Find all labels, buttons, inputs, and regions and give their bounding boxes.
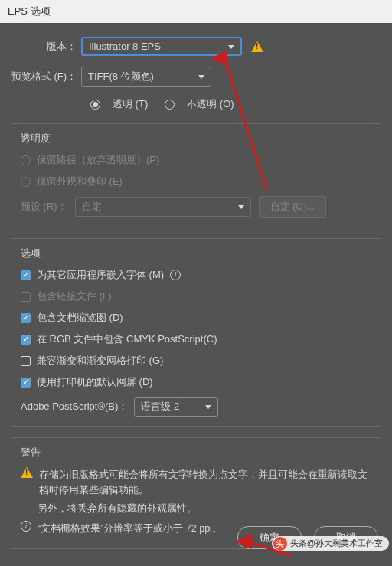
include-thumbnail-checkbox[interactable] [21, 313, 31, 323]
transparency-section: 透明度 保留路径（放弃透明度）(P) 保留外观和叠印 (E) 预设 (R)： 自… [11, 123, 381, 227]
warning-icon [21, 467, 33, 478]
preserve-appearance-label: 保留外观和叠印 (E) [37, 175, 122, 188]
warnings-title: 警告 [21, 446, 371, 460]
opaque-radio[interactable] [165, 100, 175, 110]
version-select[interactable]: Illustrator 8 EPS [81, 37, 242, 56]
custom-preset-button: 自定 (U)... [259, 196, 327, 218]
preserve-appearance-radio [21, 177, 31, 187]
postscript-select[interactable]: 语言级 2 [134, 397, 218, 417]
title-bar: EPS 选项 [0, 0, 392, 23]
options-title: 选项 [21, 247, 371, 260]
include-cmyk-checkbox[interactable] [21, 335, 31, 345]
preset-select: 自定 [75, 197, 251, 217]
include-thumbnail-label: 包含文档缩览图 (D) [37, 311, 123, 325]
chevron-down-icon [238, 205, 244, 209]
printer-default-label: 使用打印机的默认网屏 (D) [37, 375, 153, 389]
preview-format-label: 预览格式 (F)： [11, 70, 81, 83]
chevron-down-icon [228, 45, 234, 49]
warning-text-3: “文档栅格效果”分辨率等于或小于 72 ppi。 [38, 521, 222, 536]
chevron-down-icon [198, 75, 204, 79]
preview-format-select[interactable]: TIFF(8 位颜色) [81, 67, 211, 87]
preserve-paths-label: 保留路径（放弃透明度）(P) [37, 153, 159, 167]
include-linked-checkbox [21, 292, 31, 302]
compat-gradient-label: 兼容渐变和渐变网格打印 (G) [37, 354, 163, 368]
warning-icon [251, 41, 263, 52]
transparent-label: 透明 (T) [113, 97, 148, 111]
include-cmyk-label: 在 RGB 文件中包含 CMYK PostScript(C) [37, 332, 217, 346]
warning-text-1: 存储为旧版格式可能会将所有文字转换为点文字，并且可能会在重新读取文档时停用某些编… [39, 467, 371, 498]
opaque-label: 不透明 (O) [187, 97, 234, 111]
transparency-title: 透明度 [21, 132, 371, 146]
embed-fonts-label: 为其它应用程序嵌入字体 (M) [37, 268, 164, 282]
watermark-text: 头条@孙大剩美术工作室 [290, 538, 383, 549]
include-linked-label: 包含链接文件 (L) [37, 290, 112, 303]
info-icon[interactable]: i [170, 270, 181, 280]
embed-fonts-checkbox[interactable] [21, 270, 31, 280]
printer-default-checkbox[interactable] [21, 378, 31, 388]
postscript-label: Adobe PostScript®(B)： [21, 400, 128, 414]
watermark: 头 头条@孙大剩美术工作室 [272, 536, 389, 551]
watermark-logo-icon: 头 [273, 537, 287, 551]
chevron-down-icon [205, 405, 211, 409]
preserve-paths-radio [21, 155, 31, 165]
warning-text-2: 另外，将丢弃所有隐藏的外观属性。 [21, 501, 371, 516]
options-section: 选项 为其它应用程序嵌入字体 (M) i 包含链接文件 (L) 包含文档缩览图 … [11, 238, 381, 427]
info-icon: i [21, 521, 31, 532]
transparent-radio[interactable] [90, 100, 100, 110]
version-label: 版本： [11, 40, 81, 54]
preset-label: 预设 (R)： [21, 200, 67, 214]
window-title: EPS 选项 [8, 5, 51, 17]
compat-gradient-checkbox[interactable] [21, 356, 31, 366]
